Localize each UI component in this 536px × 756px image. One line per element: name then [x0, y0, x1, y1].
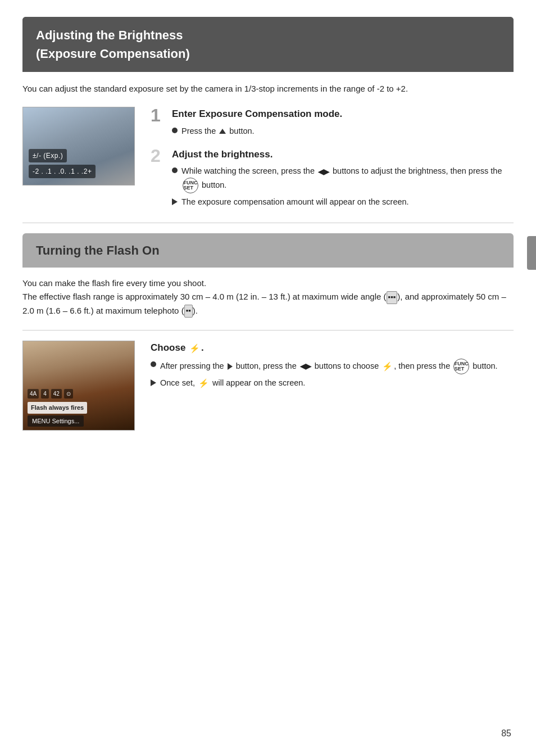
step2-content: Adjust the brightness. While watching th…	[172, 147, 514, 210]
step1-content: Enter Exposure Compensation mode. Press …	[172, 107, 514, 139]
step2-number: 2	[151, 146, 166, 166]
telephoto-icon: ▪▪	[184, 305, 193, 318]
flash-icon-title: ⚡	[189, 342, 200, 355]
flash-always-fires-label: Flash always fires	[28, 402, 87, 414]
flash-icons-row: 4A 4 42 ⊙	[28, 389, 73, 399]
cam-icon-2: 4	[41, 389, 49, 399]
section2-camera-image: 4A 4 42 ⊙ Flash always fires MENU Settin…	[22, 341, 135, 431]
step1-block: 1 Enter Exposure Compensation mode. Pres…	[151, 107, 514, 139]
flash-step1-title: Choose ⚡.	[151, 341, 514, 355]
cam-icon-4: ⊙	[64, 389, 73, 399]
section2-steps: 4A 4 42 ⊙ Flash always fires MENU Settin…	[22, 341, 514, 431]
step1-bullet1: Press the button.	[172, 125, 514, 137]
cam-icon-1: 4A	[28, 389, 39, 399]
func-set-icon2: FUNCSET	[453, 359, 469, 374]
section1-steps: ±/- (Exp.) -2 . .1 . .0. .1 . .2+ 1 Ente…	[22, 107, 514, 210]
lr-arrows-icon: ◀▶	[318, 166, 329, 178]
section1-intro: You can adjust the standard exposure set…	[22, 82, 514, 96]
flash-divider	[22, 330, 514, 331]
flash-bullet-triangle	[151, 379, 156, 386]
bullet-triangle-icon	[172, 198, 178, 205]
lcd-line2: -2 . .1 . .0. .1 . .2+	[29, 165, 96, 178]
step1-title: Enter Exposure Compensation mode.	[172, 107, 514, 121]
section2-intro: You can make the flash fire every time y…	[22, 277, 514, 318]
step1-bullets: Press the button.	[172, 125, 514, 137]
step2-bullet1: While watching the screen, press the ◀▶ …	[172, 165, 514, 193]
right-arrow-icon	[228, 363, 233, 370]
step2-title: Adjust the brightness.	[172, 147, 514, 162]
section1-header-wrap: Adjusting the Brightness(Exposure Compen…	[22, 17, 514, 72]
flash-bullet2-text: Once set, ⚡ will appear on the screen.	[160, 377, 305, 390]
section2-title: Turning the Flash On	[22, 233, 514, 268]
step1-bullet1-text: Press the button.	[181, 125, 255, 137]
section2-intro-line2: The effective flash range is approximate…	[22, 292, 506, 315]
bullet-circle-icon	[172, 128, 178, 133]
flash-bullet2: Once set, ⚡ will appear on the screen.	[151, 377, 514, 390]
step2-bullet1-text: While watching the screen, press the ◀▶ …	[181, 165, 514, 193]
lcd-line1: ±/- (Exp.)	[29, 149, 67, 162]
step2-block: 2 Adjust the brightness. While watching …	[151, 147, 514, 210]
flash-icon-inline2: ⚡	[198, 377, 209, 390]
flash-bullet-circle1	[151, 361, 156, 367]
cam-icon-3: 42	[51, 389, 62, 399]
func-set-icon: FUNCSET	[183, 178, 198, 193]
wide-angle-icon: ▪▪▪	[387, 291, 398, 304]
bullet-circle-icon2	[172, 168, 178, 173]
step2-bullet2-text: The exposure compensation amount will ap…	[181, 196, 409, 208]
menu-settings-label: MENU Settings...	[28, 415, 84, 427]
flash-step1-content: Choose ⚡. After pressing the button, pre…	[151, 341, 514, 392]
flash-step1-block: Choose ⚡. After pressing the button, pre…	[151, 341, 514, 392]
flash-steps-col: Choose ⚡. After pressing the button, pre…	[151, 341, 514, 392]
flash-bullet1-text: After pressing the button, press the ◀▶ …	[160, 359, 498, 374]
page-number: 85	[501, 727, 511, 740]
step2-bullet2: The exposure compensation amount will ap…	[172, 196, 514, 208]
step2-bullets: While watching the screen, press the ◀▶ …	[172, 165, 514, 208]
section-divider	[22, 223, 514, 223]
section2-intro-line1: You can make the flash fire every time y…	[22, 278, 206, 288]
flash-step1-bullets: After pressing the button, press the ◀▶ …	[151, 359, 514, 390]
flash-icon-inline: ⚡	[382, 360, 393, 373]
flash-bullet1: After pressing the button, press the ◀▶ …	[151, 359, 514, 374]
section1-camera-image: ±/- (Exp.) -2 . .1 . .0. .1 . .2+	[22, 107, 135, 185]
steps-column: 1 Enter Exposure Compensation mode. Pres…	[151, 107, 514, 210]
lr-arrows-icon2: ◀▶	[300, 361, 311, 372]
step1-number: 1	[151, 106, 166, 125]
up-arrow-icon	[219, 129, 226, 134]
right-tab-accent	[527, 236, 536, 270]
section1-title: Adjusting the Brightness(Exposure Compen…	[22, 17, 514, 72]
